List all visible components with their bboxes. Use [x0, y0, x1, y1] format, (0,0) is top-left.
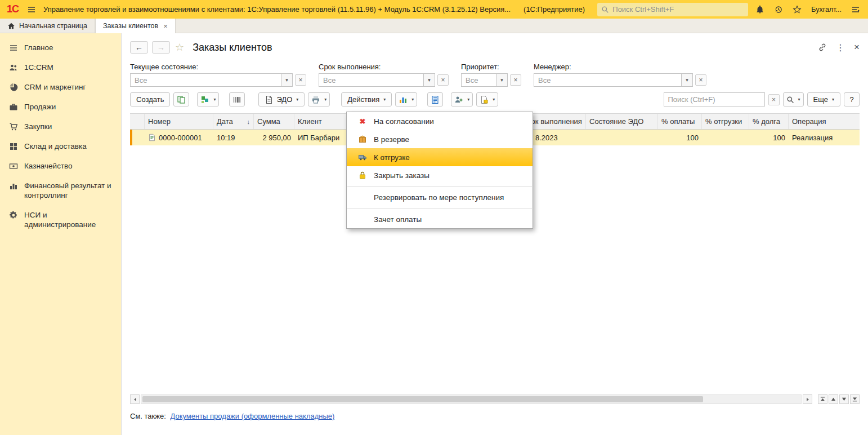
global-search[interactable] [597, 3, 748, 16]
chevron-down-icon[interactable]: ▾ [423, 73, 435, 87]
cell-payment-pct[interactable]: 100 [658, 130, 702, 145]
clear-filter-icon[interactable]: × [510, 74, 521, 86]
more-menu-icon[interactable]: ⋮ [836, 42, 845, 53]
cell-edo-state[interactable] [586, 130, 658, 145]
column-header-date[interactable]: Дата↓ [213, 114, 254, 129]
menu-item-on-approval[interactable]: ✖ На согласовании [347, 112, 533, 130]
scroll-to-bottom-icon[interactable] [850, 394, 860, 404]
menu-item-in-reserve[interactable]: В резерве [347, 130, 533, 148]
sidebar-item-sales[interactable]: Продажи [0, 97, 121, 117]
clear-filter-icon[interactable]: × [437, 74, 449, 86]
tab-customer-orders[interactable]: Заказы клиентов × [95, 19, 176, 33]
forward-button[interactable]: → [152, 41, 170, 54]
scroll-down-icon[interactable] [839, 394, 849, 404]
create-copy-button[interactable] [173, 92, 189, 106]
history-icon[interactable] [772, 3, 785, 16]
chevron-down-icon: ▾ [411, 97, 414, 102]
column-header-operation[interactable]: Операция [789, 114, 860, 129]
menu-item-to-shipment[interactable]: К отгрузке [347, 148, 533, 166]
column-header-debt-pct[interactable]: % долга [749, 114, 789, 129]
clear-filter-icon[interactable]: × [295, 74, 306, 86]
sidebar-item-main[interactable]: Главное [0, 38, 121, 57]
service-menu-icon[interactable] [849, 3, 862, 16]
chevron-down-icon[interactable]: ▾ [496, 73, 508, 87]
create-button[interactable]: Создать [130, 92, 170, 106]
filter-label: Менеджер: [534, 63, 706, 71]
notifications-bell-icon[interactable] [753, 3, 767, 16]
list-search-input[interactable] [668, 95, 760, 104]
column-header-number[interactable]: Номер [145, 114, 213, 129]
chevron-down-icon[interactable]: ▾ [681, 73, 693, 87]
bar-chart-icon [9, 181, 18, 190]
tab-home[interactable]: Начальная страница [0, 19, 95, 33]
chevron-down-icon[interactable]: ▾ [281, 73, 293, 87]
scroll-up-icon[interactable] [829, 394, 838, 404]
sidebar-item-treasury[interactable]: Казначейство [0, 156, 121, 176]
cell-shipment-pct[interactable] [702, 130, 749, 145]
reports-button[interactable]: ▾ [395, 92, 417, 106]
menu-item-reserve-on-receipt[interactable]: Резервировать по мере поступления [347, 188, 533, 206]
app-name: (1С:Предприятие) [524, 5, 585, 14]
filter-manager-input[interactable]: Все [534, 73, 681, 87]
favorites-star-icon[interactable] [790, 3, 804, 16]
document-status-button[interactable]: ▾ [476, 92, 498, 106]
scroll-to-top-icon[interactable] [818, 394, 827, 404]
report-chart-icon [399, 95, 408, 104]
help-button[interactable]: ? [844, 92, 860, 106]
hscroll-track[interactable] [141, 394, 802, 404]
more-button-label: Еще [813, 95, 828, 104]
find-button[interactable]: ▾ [783, 92, 804, 106]
sidebar-item-crm-marketing[interactable]: CRM и маркетинг [0, 77, 121, 97]
chevron-down-icon: ▾ [832, 97, 834, 102]
sidebar-item-financial-result[interactable]: Финансовый результат и контроллинг [0, 176, 121, 205]
close-form-icon[interactable]: × [854, 42, 860, 53]
filter-current-state-input[interactable]: Все [130, 73, 281, 87]
list-search[interactable] [664, 92, 765, 106]
chevron-down-icon: ▾ [467, 97, 469, 102]
scroll-left-icon[interactable] [130, 394, 140, 404]
cell-sum[interactable]: 2 950,00 [254, 130, 294, 145]
set-state-button[interactable]: ▾ [197, 92, 219, 106]
column-header-payment-pct[interactable]: % оплаты [658, 114, 702, 129]
more-button[interactable]: Еще ▾ [807, 92, 840, 106]
scroll-right-icon[interactable] [803, 394, 812, 404]
menu-item-close-orders[interactable]: Закрыть заказы [347, 166, 533, 184]
cell-number[interactable]: 0000-000001 [145, 130, 213, 145]
column-header-shipment-pct[interactable]: % отгрузки [702, 114, 749, 129]
barcode-button[interactable] [229, 92, 245, 106]
menu-item-payment-offset[interactable]: Зачет оплаты [347, 210, 533, 228]
print-button[interactable]: ▾ [308, 92, 330, 106]
cell-debt-pct[interactable]: 100 [749, 130, 789, 145]
lock-icon [358, 171, 367, 180]
current-user[interactable]: Бухгалт... [809, 6, 844, 14]
main-menu-icon[interactable] [25, 3, 38, 16]
cell-date[interactable]: 10:19 [213, 130, 254, 145]
hscroll-thumb[interactable] [142, 396, 703, 402]
sidebar-item-purchases[interactable]: Закупки [0, 117, 121, 136]
cell-operation[interactable]: Реализация [789, 130, 860, 145]
menu-item-label: В резерве [374, 135, 409, 144]
sidebar: Главное 1С:CRM CRM и маркетинг Продажи З… [0, 33, 121, 435]
clear-filter-icon[interactable]: × [695, 74, 706, 86]
filter-label: Приоритет: [461, 63, 521, 71]
tab-close-icon[interactable]: × [163, 22, 168, 30]
sidebar-item-nsi-admin[interactable]: НСИ и администрирование [0, 205, 121, 234]
menu-icon [9, 43, 18, 52]
assign-manager-button[interactable]: ▾ [451, 92, 473, 106]
column-header-edo-state[interactable]: Состояние ЭДО [586, 114, 658, 129]
column-header-sum[interactable]: Сумма [254, 114, 294, 129]
sales-documents-link[interactable]: Документы продажи (оформленные накладные… [170, 412, 334, 420]
back-button[interactable]: ← [130, 41, 148, 54]
filter-priority-input[interactable]: Все [461, 73, 496, 87]
clear-search-icon[interactable]: × [768, 94, 780, 105]
summary-button[interactable] [427, 92, 443, 106]
global-search-input[interactable] [612, 5, 744, 14]
favorite-star-icon[interactable]: ☆ [175, 41, 184, 54]
filter-due-date-input[interactable]: Все [319, 73, 423, 87]
sidebar-item-warehouse-delivery[interactable]: Склад и доставка [0, 136, 121, 156]
get-link-icon[interactable] [818, 43, 827, 52]
actions-button[interactable]: Действия ▾ [341, 92, 392, 106]
list-toolbar: Создать ▾ ЭДО ▾ ▾ Действия ▾ [122, 91, 868, 111]
sidebar-item-1c-crm[interactable]: 1С:CRM [0, 57, 121, 77]
edo-button[interactable]: ЭДО ▾ [258, 92, 305, 106]
